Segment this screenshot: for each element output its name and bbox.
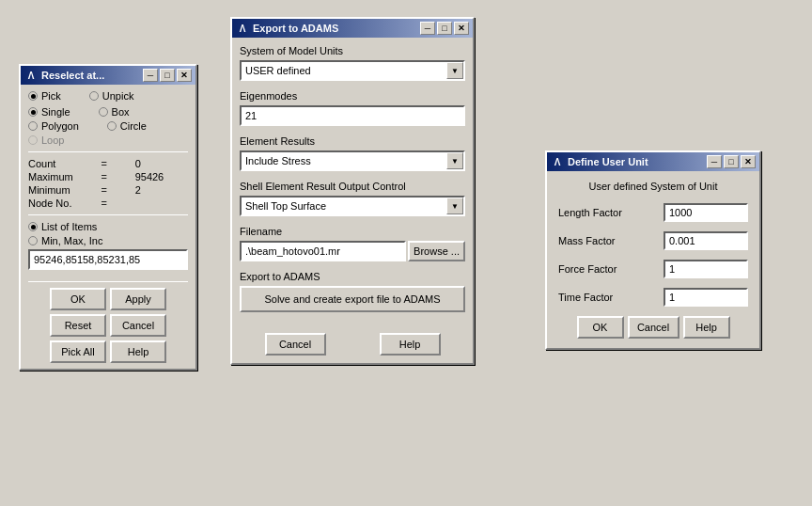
node-label: Node No. (28, 198, 97, 209)
system-dropdown[interactable]: USER defined (240, 60, 465, 81)
reselect-close-btn[interactable]: ✕ (177, 69, 192, 82)
reselect-title-bar: Λ Reselect at... ─ □ ✕ (21, 66, 195, 85)
loop-label: Loop (41, 134, 64, 146)
export-adams-section: Export to ADAMS Solve and create export … (240, 271, 465, 312)
include-stress-dropdown-container: Include Stress ▼ (240, 150, 465, 171)
separator-2 (28, 214, 188, 215)
info-grid: Count = 0 Maximum = 95426 Minimum = 2 No… (28, 158, 188, 209)
unit-title-bar: Λ Define User Unit ─ □ ✕ (547, 152, 759, 171)
cancel-button[interactable]: Cancel (110, 314, 166, 337)
reselect-window: Λ Reselect at... ─ □ ✕ Pick Unpick Singl… (19, 64, 197, 371)
circle-radio-circle (107, 121, 117, 131)
pick-label: Pick (41, 90, 61, 102)
count-label: Count (28, 158, 97, 169)
modes-input[interactable] (240, 105, 465, 126)
unit-window: Λ Define User Unit ─ □ ✕ User defined Sy… (545, 150, 761, 350)
unit-title-label: Define User Unit (568, 156, 648, 167)
export-title-label: Export to ADAMS (253, 23, 338, 34)
unit-close-btn[interactable]: ✕ (741, 155, 756, 168)
force-row: Force Factor (558, 260, 748, 278)
mass-row: Mass Factor (558, 231, 748, 250)
reset-button[interactable]: Reset (50, 314, 106, 337)
shell-top-dropdown-container: Shell Top Surface ▼ (240, 196, 465, 216)
export-close-btn[interactable]: ✕ (454, 22, 469, 35)
system-label: System of Model Units (240, 45, 465, 56)
include-stress-dropdown[interactable]: Include Stress (240, 150, 465, 171)
ok-button[interactable]: OK (50, 288, 106, 310)
unit-subtitle: User defined System of Unit (558, 181, 748, 192)
unit-ok-button[interactable]: OK (577, 316, 624, 339)
element-results-section: Element Results Include Stress ▼ (240, 135, 465, 171)
export-logo-icon: Λ (236, 22, 249, 35)
polygon-label: Polygon (41, 120, 79, 132)
box-radio-circle (99, 107, 108, 117)
minimum-value: 2 (135, 184, 188, 196)
unpick-radio[interactable]: Unpick (89, 90, 134, 102)
unit-logo-icon: Λ (551, 155, 564, 168)
filename-row: Browse ... (240, 241, 465, 261)
export-cancel-button[interactable]: Cancel (265, 333, 326, 356)
unpick-radio-circle (89, 91, 99, 101)
unit-help-button[interactable]: Help (683, 316, 730, 339)
reselect-title-label: Reselect at... (41, 70, 104, 81)
time-row: Time Factor (558, 288, 748, 307)
circle-label: Circle (120, 120, 147, 132)
shell-element-section: Shell Element Result Output Control Shel… (240, 181, 465, 216)
time-label: Time Factor (558, 292, 633, 303)
pick-all-button[interactable]: Pick All (50, 340, 106, 363)
min-max-label: Min, Max, Inc (41, 235, 102, 246)
shell-element-label: Shell Element Result Output Control (240, 181, 465, 192)
single-radio-circle (28, 107, 38, 117)
export-window: Λ Export to ADAMS ─ □ ✕ System of Model … (230, 17, 475, 365)
eigenmodes-section: Eigenmodes (240, 90, 465, 126)
help-button[interactable]: Help (110, 340, 166, 363)
length-input[interactable] (664, 203, 748, 222)
box-radio[interactable]: Box (99, 106, 130, 118)
element-results-label: Element Results (240, 135, 465, 147)
time-input[interactable] (664, 288, 748, 307)
list-items-radio[interactable]: List of Items (28, 221, 188, 232)
pick-radio-circle (28, 91, 38, 101)
mass-label: Mass Factor (558, 235, 633, 246)
shell-top-dropdown[interactable]: Shell Top Surface (240, 196, 465, 216)
filename-label: Filename (240, 226, 465, 237)
single-radio[interactable]: Single (28, 106, 70, 118)
minimum-label: Minimum (28, 184, 97, 196)
minmax-radio-circle (28, 236, 38, 245)
reselect-maximize-btn[interactable]: □ (160, 69, 175, 82)
items-input[interactable] (28, 249, 188, 270)
solve-button[interactable]: Solve and create export file to ADAMS (240, 286, 465, 312)
list-radio-circle (28, 222, 38, 231)
loop-radio[interactable]: Loop (28, 134, 64, 146)
maximum-label: Maximum (28, 171, 97, 182)
export-help-button[interactable]: Help (380, 333, 441, 356)
export-maximize-btn[interactable]: □ (437, 22, 452, 35)
export-adams-label: Export to ADAMS (240, 271, 465, 282)
length-label: Length Factor (558, 207, 633, 218)
circle-radio[interactable]: Circle (107, 120, 147, 132)
browse-button[interactable]: Browse ... (408, 241, 465, 261)
length-row: Length Factor (558, 203, 748, 222)
apply-button[interactable]: Apply (110, 288, 166, 310)
unit-cancel-button[interactable]: Cancel (628, 316, 679, 339)
min-max-radio[interactable]: Min, Max, Inc (28, 235, 188, 246)
maximum-value: 95426 (135, 171, 188, 182)
list-items-label: List of Items (41, 221, 97, 232)
pick-radio[interactable]: Pick (28, 90, 61, 102)
export-minimize-btn[interactable]: ─ (420, 22, 435, 35)
unit-maximize-btn[interactable]: □ (724, 155, 739, 168)
reselect-minimize-btn[interactable]: ─ (143, 69, 158, 82)
count-value: 0 (135, 158, 188, 169)
force-input[interactable] (664, 260, 748, 278)
export-title-bar: Λ Export to ADAMS ─ □ ✕ (232, 19, 473, 38)
polygon-radio[interactable]: Polygon (28, 120, 79, 132)
unpick-label: Unpick (102, 90, 134, 102)
node-value (135, 198, 188, 209)
filename-input[interactable] (240, 241, 406, 261)
export-bottom-buttons: Cancel Help (232, 329, 473, 363)
polygon-radio-circle (28, 121, 38, 131)
reselect-logo-icon: Λ (24, 69, 38, 82)
unit-minimize-btn[interactable]: ─ (707, 155, 722, 168)
system-dropdown-container: USER defined ▼ (240, 60, 465, 81)
mass-input[interactable] (664, 231, 748, 250)
